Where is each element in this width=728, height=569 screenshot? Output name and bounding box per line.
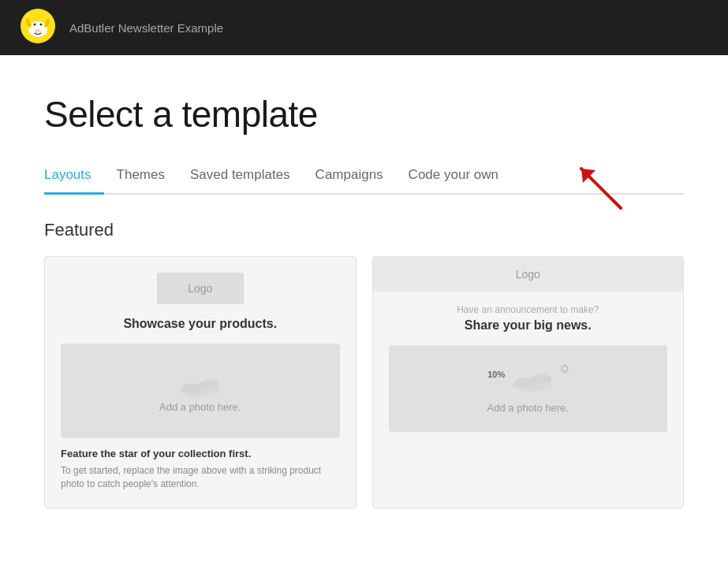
card2-inner: Logo Have an announcement to make? Share… (389, 273, 668, 492)
card2-headline: Share your big news. (389, 318, 668, 333)
tabs-bar: Layouts Themes Saved templates Campaigns… (44, 161, 684, 195)
mailchimp-logo (19, 7, 57, 48)
sparkle-icon (560, 364, 569, 374)
card2-image-inner: 10% (486, 364, 569, 414)
tab-themes[interactable]: Themes (104, 161, 177, 195)
template-card-1[interactable]: Logo Showcase your products. Add a photo… (44, 256, 357, 508)
svg-point-13 (207, 378, 211, 382)
tab-code-your-own[interactable]: Code your own (396, 161, 511, 195)
main-content: Select a template Layouts Themes Saved t… (0, 55, 728, 540)
svg-point-6 (35, 29, 41, 33)
tab-saved-templates[interactable]: Saved templates (177, 161, 303, 195)
app-header: AdButler Newsletter Example (0, 0, 728, 55)
tabs-wrapper: Layouts Themes Saved templates Campaigns… (44, 161, 684, 195)
header-title: AdButler Newsletter Example (69, 21, 223, 35)
tab-layouts[interactable]: Layouts (44, 161, 104, 195)
svg-point-15 (540, 373, 544, 377)
svg-point-14 (212, 377, 215, 379)
discount-badge: 10% (486, 364, 506, 385)
card2-image-label: Add a photo here. (487, 402, 569, 414)
shoe-icon-1 (177, 370, 224, 401)
svg-point-5 (40, 24, 43, 26)
card1-logo: Logo (157, 273, 244, 304)
template-card-2[interactable]: Logo Have an announcement to make? Share… (372, 256, 685, 508)
card1-subtext: Feature the star of your collection firs… (61, 448, 340, 459)
card2-image-placeholder: 10% (389, 345, 668, 432)
cards-grid: Logo Showcase your products. Add a photo… (44, 256, 684, 508)
svg-point-16 (545, 371, 547, 374)
card1-image-label: Add a photo here. (159, 401, 241, 413)
page-title: Select a template (44, 93, 684, 136)
tab-campaigns[interactable]: Campaigns (303, 161, 396, 195)
svg-point-4 (34, 24, 36, 26)
card1-headline: Showcase your products. (61, 317, 340, 331)
section-featured-title: Featured (44, 220, 684, 240)
card2-logo: Logo (373, 257, 684, 292)
card1-body: To get started, replace the image above … (61, 464, 340, 491)
card2-promo: Have an announcement to make? (389, 304, 668, 315)
badge-row: 10% (486, 364, 569, 396)
shoe-icon-2 (510, 364, 557, 396)
card1-image-placeholder: Add a photo here. (61, 344, 340, 438)
